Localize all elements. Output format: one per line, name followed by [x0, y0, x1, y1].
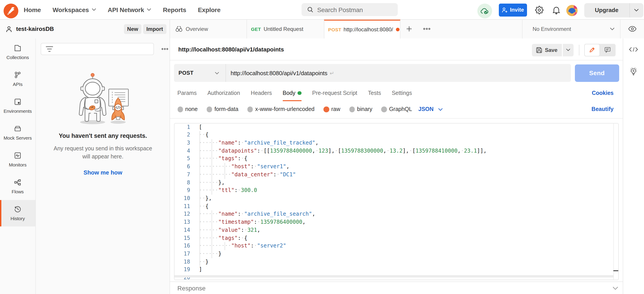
astronaut-illustration [72, 72, 134, 126]
send-button[interactable]: Send [575, 64, 619, 82]
save-button[interactable]: Save [532, 44, 562, 56]
edit-pencil-button[interactable] [584, 44, 600, 56]
editor-line-13: 13······"timestamp":·1359786400000, [174, 218, 618, 226]
settings-gear-icon[interactable] [534, 0, 545, 20]
tab-post-request-active[interactable]: POST http://localhost:8080/ [324, 20, 400, 39]
lightbulb-hint-icon[interactable] [623, 66, 644, 76]
beautify-link[interactable]: Beautify [592, 100, 614, 118]
nav-item-explore[interactable]: Explore [198, 6, 220, 13]
notifications-bell-icon[interactable] [551, 0, 562, 20]
invite-label: Invite [510, 7, 524, 13]
tab-untitled-request[interactable]: GET Untitled Request [247, 20, 324, 38]
url-value: http://localhost:8080/api/v1/datapoints [230, 70, 328, 76]
line-number: 8 [174, 179, 190, 186]
request-title: http://localhost:8080/api/v1/datapoints [178, 38, 284, 60]
monitors-icon [14, 152, 22, 159]
url-input[interactable]: http://localhost:8080/api/v1/datapoints↵ [226, 70, 571, 76]
body-mode-none[interactable]: none [178, 106, 198, 112]
search-input[interactable]: Search Postman [302, 3, 398, 16]
import-button[interactable]: Import [143, 24, 166, 34]
environment-selector[interactable]: No Environment [522, 20, 620, 38]
response-expand-chevron[interactable] [612, 282, 618, 294]
line-code: ··········"host":·"server1", [199, 163, 290, 171]
method-chevron-icon [214, 72, 219, 74]
request-tab-params[interactable]: Params [178, 86, 196, 100]
code-snippet-icon[interactable] [623, 47, 644, 52]
editor-line-18: 18··} [174, 258, 618, 266]
line-number: 9 [174, 187, 190, 195]
sync-status-badge[interactable] [477, 3, 492, 18]
request-tab-headers[interactable]: Headers [251, 86, 272, 100]
body-modes-row: noneform-datax-www-form-urlencodedrawbin… [170, 100, 623, 118]
sidebar-item-collections[interactable]: Collections [0, 39, 35, 65]
editor-line-1: 1[ [174, 123, 618, 131]
enter-symbol: ↵ [328, 70, 334, 76]
environment-eye-icon[interactable] [620, 20, 644, 38]
invite-button[interactable]: Invite [498, 3, 527, 16]
postman-logo-icon[interactable] [3, 3, 18, 18]
body-mode-x-www-form-urlencoded[interactable]: x-www-form-urlencoded [248, 106, 314, 112]
history-panel: You haven't sent any requests. Any reque… [36, 38, 170, 294]
history-empty-body: Any request you send in this workspace w… [52, 144, 154, 161]
line-code: ] [199, 266, 202, 274]
history-more-meatball-icon[interactable] [159, 43, 170, 55]
nav-item-home[interactable]: Home [24, 6, 41, 13]
editor-line-2: 2··{ [174, 131, 618, 139]
request-tab-authorization[interactable]: Authorization [207, 86, 240, 100]
upgrade-chevron-icon[interactable] [630, 8, 643, 12]
body-mode-raw[interactable]: raw [324, 106, 340, 112]
body-mode-binary[interactable]: binary [349, 106, 372, 112]
language-select[interactable]: JSON [418, 106, 443, 112]
sidebar-item-monitors[interactable]: Monitors [0, 146, 35, 173]
tab-options-meatball-icon[interactable] [422, 20, 432, 38]
line-code: ··} [199, 258, 208, 266]
comment-button[interactable] [600, 44, 615, 56]
radio-icon [324, 106, 329, 112]
history-icon [14, 206, 22, 213]
url-bar: POST http://localhost:8080/api/v1/datapo… [174, 64, 571, 82]
language-chevron-icon [438, 108, 443, 111]
upgrade-button[interactable]: Upgrade [584, 3, 643, 17]
sidebar-item-label: Environments [4, 108, 32, 114]
new-tab-plus-icon[interactable] [404, 20, 414, 38]
method-select[interactable]: POST [174, 64, 225, 82]
nav-item-api-network[interactable]: API Network [108, 6, 151, 13]
tab-post-label: http://localhost:8080/ [344, 27, 394, 33]
history-empty-title: You haven't sent any requests. [36, 132, 170, 139]
tab-overview[interactable]: Overview [170, 20, 247, 38]
body-editor[interactable]: 1[2··{3······"name":·"archive_file_track… [174, 123, 619, 280]
sidebar-item-history[interactable]: History [0, 200, 35, 226]
save-label: Save [545, 47, 558, 53]
editor-horizontal-scrollbar[interactable] [174, 275, 613, 278]
cookies-link[interactable]: Cookies [592, 86, 614, 100]
sidebar-item-flows[interactable]: Flows [0, 173, 35, 200]
workspace-title[interactable]: test-kairosDB [16, 26, 54, 32]
history-filter-input[interactable] [40, 43, 154, 55]
nav-item-reports[interactable]: Reports [163, 6, 186, 13]
sidebar-item-environments[interactable]: Environments [0, 93, 35, 119]
radio-icon [381, 106, 387, 112]
request-tab-settings[interactable]: Settings [392, 86, 412, 100]
save-options-chevron[interactable] [562, 44, 573, 56]
line-code: ··{ [199, 131, 208, 139]
sidebar-item-apis[interactable]: APIs [0, 66, 35, 92]
body-mode-graphql[interactable]: GraphQL [381, 106, 412, 112]
editor-lines[interactable]: 1[2··{3······"name":·"archive_file_track… [174, 123, 618, 280]
new-button[interactable]: New [124, 24, 141, 34]
request-tab-body[interactable]: Body [283, 86, 302, 100]
request-tab-tests[interactable]: Tests [368, 86, 381, 100]
nav-item-workspaces[interactable]: Workspaces [52, 6, 96, 13]
body-mode-form-data[interactable]: form-data [207, 106, 238, 112]
editor-line-11: 11··{ [174, 202, 618, 210]
line-code: ······"tags":·{ [199, 155, 248, 163]
radio-icon [248, 106, 253, 112]
user-avatar[interactable] [566, 5, 577, 16]
request-tab-pre-request-script[interactable]: Pre-request Script [312, 86, 357, 100]
environment-chevron-icon [610, 28, 614, 31]
show-me-how-link[interactable]: Show me how [36, 169, 170, 176]
edit-comment-toggle [584, 44, 615, 56]
request-tab-label: Body [283, 90, 296, 96]
sidebar-item-mock-servers[interactable]: Mock Servers [0, 120, 35, 146]
nav-label: API Network [108, 6, 144, 13]
overview-binoculars-icon [175, 26, 182, 32]
